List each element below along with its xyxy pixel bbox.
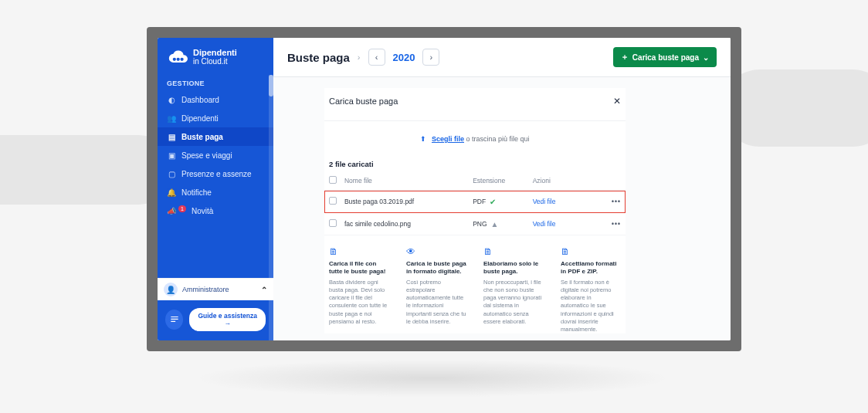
sidebar-item-dashboard[interactable]: ◐ Dashboard	[158, 90, 273, 109]
sidebar-section-gestione: GESTIONE	[158, 73, 273, 90]
info-title: Accettiamo formati in PDF e ZIP.	[561, 260, 621, 276]
panel-wrap: Carica buste paga ✕ ⬆ Scegli file o tras…	[273, 77, 731, 340]
sidebar-item-spese[interactable]: ▣ Spese e viaggi	[158, 146, 273, 164]
info-col-3: 🗎 Elaboriamo solo le buste paga. Non pre…	[483, 246, 544, 333]
table-row[interactable]: Buste paga 03.2019.pdf PDF✔ Vedi file ••…	[324, 191, 626, 213]
topbar: Buste paga › ‹ 2020 › ＋ Carica buste pag…	[273, 38, 731, 77]
info-body: Così potremo estrapolare automaticamente…	[406, 279, 466, 326]
megaphone-icon: 📣	[167, 206, 176, 215]
file-ext: PDF	[473, 198, 486, 205]
info-grid: 🗎 Carica il file con tutte le buste paga…	[324, 235, 626, 333]
year-next-button[interactable]: ›	[422, 49, 439, 66]
files-header-row: Nome file Estensione Azioni	[324, 171, 626, 191]
chevron-up-icon: ⌃	[261, 286, 267, 294]
bell-icon: 🔔	[167, 188, 176, 197]
doc-check-icon: 🗎	[483, 246, 544, 257]
table-row[interactable]: fac simile cedolino.png PNG▲ Vedi file •…	[324, 213, 626, 235]
dropzone[interactable]: ⬆ Scegli file o trascina più file qui	[324, 121, 626, 154]
col-ext: Estensione	[468, 171, 528, 191]
sidebar-item-label: Novità	[192, 207, 213, 215]
page-title: Buste paga	[287, 51, 350, 64]
sidebar-item-dipendenti[interactable]: 👥 Dipendenti	[158, 109, 273, 127]
calendar-icon: ▢	[167, 169, 176, 178]
sidebar-item-label: Dashboard	[181, 96, 219, 104]
briefcase-icon: ▣	[167, 151, 176, 160]
guide-label: Guide e assistenza →	[197, 312, 258, 327]
brand-text: Dipendenti in Cloud.it	[193, 48, 237, 66]
sidebar-item-label: Dipendenti	[181, 114, 219, 123]
sidebar-item-presenze[interactable]: ▢ Presenze e assenze	[158, 164, 273, 183]
document-icon: ▤	[167, 132, 176, 141]
view-file-link[interactable]: Vedi file	[533, 220, 556, 228]
upload-panel: Carica buste paga ✕ ⬆ Scegli file o tras…	[324, 88, 626, 333]
info-body: Se il formato non è digitale noi potremo…	[561, 279, 621, 333]
year-prev-button[interactable]: ‹	[368, 49, 385, 66]
sidebar-item-notifiche[interactable]: 🔔 Notifiche	[158, 183, 273, 201]
main-area: Buste paga › ‹ 2020 › ＋ Carica buste pag…	[273, 38, 731, 340]
help-row: Guide e assistenza →	[158, 300, 273, 333]
upload-icon: ⬆	[420, 135, 426, 143]
check-circle-icon: ✔	[490, 198, 496, 206]
row-menu-button[interactable]: •••	[605, 213, 626, 235]
chat-button[interactable]	[165, 310, 183, 330]
row-checkbox[interactable]	[329, 219, 337, 227]
upload-button-label: Carica buste paga	[632, 53, 699, 62]
app-frame: Dipendenti in Cloud.it GESTIONE ◐ Dashbo…	[147, 27, 741, 351]
admin-label: Amministratore	[182, 286, 229, 293]
plus-icon: ＋	[621, 52, 629, 63]
info-col-4: 🗎 Accettiamo formati in PDF e ZIP. Se il…	[561, 246, 621, 333]
view-file-link[interactable]: Vedi file	[533, 198, 556, 205]
app-window: Dipendenti in Cloud.it GESTIONE ◐ Dashbo…	[158, 38, 731, 340]
upload-buste-paga-button[interactable]: ＋ Carica buste paga ⌄	[613, 47, 717, 67]
col-actions: Azioni	[528, 171, 605, 191]
chat-icon	[169, 314, 180, 325]
file-icon: 🗎	[329, 246, 389, 257]
year-nav: ‹ 2020 ›	[368, 49, 440, 66]
info-title: Elaboriamo solo le buste paga.	[483, 260, 544, 276]
close-icon[interactable]: ✕	[613, 96, 621, 107]
svg-point-2	[181, 57, 184, 60]
row-checkbox[interactable]	[329, 197, 337, 205]
sidebar-item-label: Spese e viaggi	[181, 151, 232, 160]
info-title: Carica il file con tutte le buste paga!	[329, 260, 389, 276]
admin-row[interactable]: 👤 Amministratore ⌃	[158, 278, 273, 300]
sidebar-item-label: Notifiche	[181, 188, 212, 197]
files-table: Nome file Estensione Azioni Buste paga 0…	[324, 171, 626, 235]
sidebar-item-label: Buste paga	[181, 133, 223, 141]
chevron-down-icon: ⌄	[703, 53, 709, 62]
choose-file-link[interactable]: Scegli file	[432, 135, 464, 143]
select-all-checkbox[interactable]	[329, 176, 337, 184]
brand-logo[interactable]: Dipendenti in Cloud.it	[158, 38, 273, 73]
panel-title: Carica buste paga	[329, 96, 398, 106]
info-body: Basta dividere ogni busta paga. Devi sol…	[329, 279, 389, 326]
svg-point-1	[177, 57, 180, 60]
info-body: Non preoccuparti, i file che non sono bu…	[483, 279, 544, 326]
files-count: 2 file caricati	[324, 154, 626, 171]
users-icon: 👥	[167, 113, 176, 123]
panel-header: Carica buste paga ✕	[324, 88, 626, 121]
file-name: Buste paga 03.2019.pdf	[340, 191, 468, 213]
year-label[interactable]: 2020	[390, 52, 419, 63]
sidebar-item-label: Presenze e assenze	[181, 170, 252, 178]
guide-button[interactable]: Guide e assistenza →	[189, 308, 266, 331]
file-name: fac simile cedolino.png	[340, 213, 468, 235]
sidebar-item-novita[interactable]: 📣 1 Novità	[158, 201, 273, 220]
chevron-right-icon: ›	[358, 52, 361, 62]
avatar-icon: 👤	[164, 283, 178, 296]
archive-icon: 🗎	[561, 246, 621, 257]
eye-icon: 👁	[406, 246, 466, 257]
info-col-1: 🗎 Carica il file con tutte le buste paga…	[329, 246, 389, 333]
sidebar-footer: 👤 Amministratore ⌃ Guide e assistenza →	[158, 278, 273, 340]
svg-point-0	[173, 57, 176, 60]
bg-shape-right	[721, 69, 868, 147]
row-menu-button[interactable]: •••	[605, 191, 626, 213]
sidebar-item-buste-paga[interactable]: ▤ Buste paga	[158, 127, 273, 146]
file-ext: PNG	[473, 220, 487, 228]
gauge-icon: ◐	[167, 95, 176, 104]
bg-shadow	[193, 359, 672, 398]
info-col-2: 👁 Carica le buste paga in formato digita…	[406, 246, 466, 333]
brand-name: Dipendenti	[193, 48, 237, 57]
brand-sub: in Cloud.it	[193, 57, 227, 66]
bg-shape-left	[0, 135, 170, 205]
warning-icon: ▲	[491, 220, 499, 229]
